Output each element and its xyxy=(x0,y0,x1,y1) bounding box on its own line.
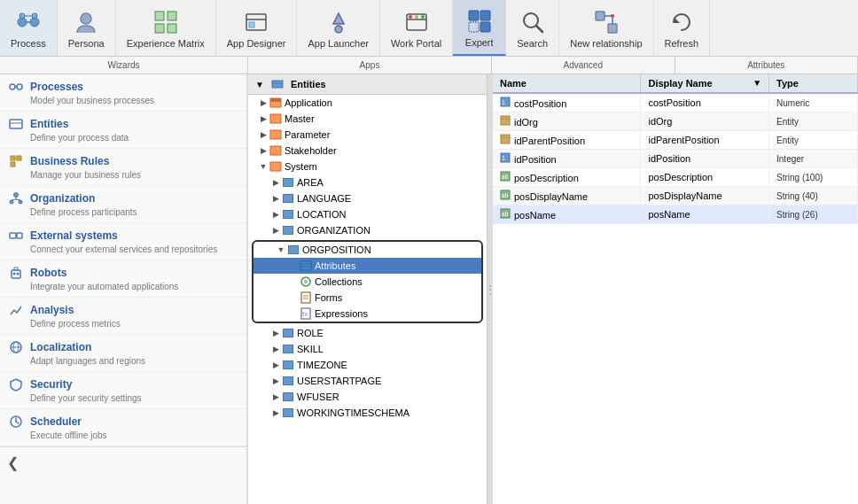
tree-node-expressions[interactable]: fx Expressions xyxy=(254,306,481,322)
tree-node-organization[interactable]: ▶ ORGANIZATION xyxy=(248,222,487,238)
tree-node-attributes[interactable]: Attributes xyxy=(254,258,481,274)
forms-icon xyxy=(300,291,312,304)
attributes-icon xyxy=(300,260,312,272)
expand-role[interactable]: ▶ xyxy=(269,327,282,339)
sidebar-item-processes[interactable]: Processes Model your business processes xyxy=(0,74,246,112)
expand-language[interactable]: ▶ xyxy=(269,192,282,205)
app-designer-icon xyxy=(242,8,270,36)
tree-node-orgposition[interactable]: ▼ ORGPOSITION xyxy=(254,242,481,258)
expand-workingtimeschema[interactable]: ▶ xyxy=(269,407,282,419)
system-icon xyxy=(269,160,282,173)
toolbar-new-relationship[interactable]: New relationship xyxy=(559,0,653,56)
tree-node-stakeholder[interactable]: ▶ Stakeholder xyxy=(248,143,487,159)
app-launcher-icon xyxy=(324,8,353,36)
tree-node-timezone-label: TIMEZONE xyxy=(297,360,347,370)
sidebar-item-organization[interactable]: Organization Define process participants xyxy=(0,186,246,223)
toolbar-refresh[interactable]: Refresh xyxy=(654,0,711,56)
orgposition-highlight-box: ▼ ORGPOSITION Attributes xyxy=(252,240,483,323)
sidebar-item-entities[interactable]: Entities Define your process data xyxy=(0,112,246,149)
table-row[interactable]: idParentPosition idParentPosition Entity xyxy=(493,131,858,150)
tree-node-workingtimeschema[interactable]: ▶ WORKINGTIMESCHEMA xyxy=(248,405,487,421)
expand-orgposition[interactable]: ▼ xyxy=(275,244,287,256)
expand-location[interactable]: ▶ xyxy=(269,208,282,221)
table-row[interactable]: abposName posName String (26) xyxy=(493,205,858,224)
tree-node-location[interactable]: ▶ LOCATION xyxy=(248,206,487,222)
sidebar-item-analysis[interactable]: Analysis Define process metrics xyxy=(0,298,246,335)
tree-node-master[interactable]: ▶ Master xyxy=(248,111,487,127)
col-type-header[interactable]: Type xyxy=(769,74,858,93)
sidebar-item-security[interactable]: Security Define your security settings xyxy=(0,372,246,409)
expand-organization[interactable]: ▶ xyxy=(269,224,282,236)
sidebar-item-business-rules[interactable]: Business Rules Manage your business rule… xyxy=(0,149,246,186)
sidebar-item-robots[interactable]: Robots Integrate your automated applicat… xyxy=(0,260,246,298)
svg-rect-48 xyxy=(10,233,16,238)
expand-stakeholder[interactable]: ▶ xyxy=(257,144,269,157)
tree-node-stakeholder-label: Stakeholder xyxy=(285,145,337,156)
tree-node-skill[interactable]: ▶ SKILL xyxy=(248,341,487,357)
expand-parameter[interactable]: ▶ xyxy=(257,128,269,141)
collections-icon xyxy=(300,275,312,288)
sidebar-item-external-systems[interactable]: External systems Connect your external s… xyxy=(0,223,246,260)
expand-userstartpage[interactable]: ▶ xyxy=(269,375,282,387)
tree-node-application[interactable]: ▶ Application xyxy=(248,95,487,111)
col-name-header[interactable]: Name xyxy=(493,74,641,93)
expand-skill[interactable]: ▶ xyxy=(269,343,282,355)
cell-display-name: idPosition xyxy=(641,150,769,168)
cell-type: Entity xyxy=(769,131,858,150)
table-row[interactable]: 1idPosition idPosition Integer xyxy=(493,150,858,168)
tree-node-workingtimeschema-label: WORKINGTIMESCHEMA xyxy=(297,407,410,418)
cell-display-name: posDisplayName xyxy=(641,187,769,205)
table-row[interactable]: abposDescription posDescription String (… xyxy=(493,168,858,187)
tree-panel: ▼ Entities ▶ Application ▶ Master ▶ xyxy=(248,74,488,504)
toolbar-app-designer-label: App Designer xyxy=(227,38,286,49)
toolbar-process[interactable]: Process xyxy=(0,0,58,56)
svg-rect-38 xyxy=(11,156,15,160)
tree-node-role[interactable]: ▶ ROLE xyxy=(248,325,487,341)
toolbar-search[interactable]: Search xyxy=(506,0,559,56)
tree-node-area[interactable]: ▶ AREA xyxy=(248,174,487,190)
table-row[interactable]: 1costPosition costPosition Numeric xyxy=(493,93,858,112)
toolbar-expert-label: Expert xyxy=(465,37,494,48)
application-icon xyxy=(269,97,282,109)
tree-node-collections[interactable]: Collections xyxy=(254,274,481,290)
svg-line-26 xyxy=(536,26,542,32)
toolbar-experience-matrix[interactable]: Experience Matrix xyxy=(116,0,216,56)
sidebar-item-scheduler[interactable]: Scheduler Execute offline jobs xyxy=(0,409,246,446)
sidebar-collapse-button[interactable]: ❮ xyxy=(7,454,19,471)
cell-name: abposName xyxy=(493,205,641,224)
tree-node-system[interactable]: ▼ System xyxy=(248,159,487,174)
svg-rect-64 xyxy=(270,98,281,102)
svg-rect-27 xyxy=(596,12,604,20)
expand-area[interactable]: ▶ xyxy=(269,176,282,189)
tree-node-wfuser[interactable]: ▶ WFUSER xyxy=(248,389,487,405)
table-row[interactable]: abposDisplayName posDisplayName String (… xyxy=(493,187,858,205)
persona-icon xyxy=(72,8,100,36)
expand-system[interactable]: ▼ xyxy=(257,160,269,173)
cell-type: String (26) xyxy=(769,205,858,224)
svg-point-42 xyxy=(14,193,19,198)
sidebar-item-localization[interactable]: Localization Adapt languages and regions xyxy=(0,335,246,372)
tree-node-userstartpage[interactable]: ▶ USERSTARTPAGE xyxy=(248,373,487,389)
svg-rect-83 xyxy=(501,135,510,143)
table-row[interactable]: idOrg idOrg Entity xyxy=(493,112,858,131)
expand-wfuser[interactable]: ▶ xyxy=(269,391,282,403)
toolbar-persona[interactable]: Persona xyxy=(58,0,116,56)
security-icon xyxy=(9,377,23,392)
tree-node-wfuser-label: WFUSER xyxy=(297,392,339,402)
svg-point-6 xyxy=(81,13,91,24)
analysis-icon xyxy=(9,303,23,317)
tree-node-parameter[interactable]: ▶ Parameter xyxy=(248,127,487,143)
tree-node-timezone[interactable]: ▶ TIMEZONE xyxy=(248,357,487,373)
tree-node-forms[interactable]: Forms xyxy=(254,290,481,306)
expand-master[interactable]: ▶ xyxy=(257,112,269,125)
toolbar-app-designer[interactable]: App Designer xyxy=(216,0,298,56)
toolbar-app-launcher[interactable]: App Launcher xyxy=(297,0,380,56)
svg-rect-69 xyxy=(300,261,311,270)
expand-application[interactable]: ▶ xyxy=(257,97,269,109)
col-display-name-header[interactable]: Display Name ▼ xyxy=(641,74,769,93)
tree-node-language[interactable]: ▶ LANGUAGE xyxy=(248,190,487,206)
expand-timezone[interactable]: ▶ xyxy=(269,359,282,371)
toolbar-expert[interactable]: Expert xyxy=(453,0,506,56)
tree-node-role-label: ROLE xyxy=(297,328,324,338)
toolbar-work-portal[interactable]: Work Portal xyxy=(380,0,453,56)
